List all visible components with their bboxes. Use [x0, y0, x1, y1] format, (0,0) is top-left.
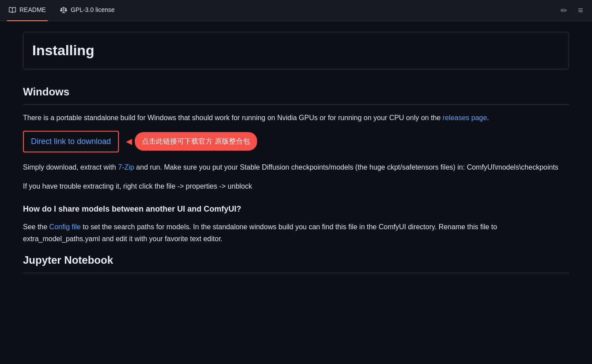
jupyter-heading: Jupyter Notebook: [23, 252, 569, 273]
windows-description-para: There is a portable standalone build for…: [23, 112, 569, 124]
jupyter-section: Jupyter Notebook: [23, 252, 569, 273]
direct-download-link[interactable]: Direct link to download: [23, 131, 119, 152]
tab-license-label: GPL-3.0 license: [71, 5, 115, 15]
annotation-arrow-icon: ◀: [126, 135, 132, 148]
config-para: See the Config file to set the search pa…: [23, 221, 569, 245]
edit-button[interactable]: ✏: [559, 4, 569, 17]
tab-license[interactable]: GPL-3.0 license: [58, 0, 117, 21]
annotation-wrapper: ◀ 点击此链接可下载官方 原版整合包: [126, 132, 257, 151]
zip-link[interactable]: 7-Zip: [118, 163, 134, 171]
installing-heading: Installing: [32, 39, 560, 62]
toc-icon: ≡: [578, 5, 583, 15]
tab-bar: README GPL-3.0 license ✏ ≡: [0, 0, 592, 21]
trouble-text-para: If you have trouble extracting it, right…: [23, 180, 569, 192]
book-icon: [9, 7, 16, 14]
extract-instruction-text: Simply download, extract with: [23, 163, 118, 171]
tab-bar-left: README GPL-3.0 license: [7, 0, 117, 21]
installing-heading-box: Installing: [23, 32, 569, 69]
share-models-heading: How do I share models between another UI…: [23, 203, 569, 216]
config-intro-text: See the: [23, 223, 49, 231]
annotation-badge: 点击此链接可下载官方 原版整合包: [135, 132, 257, 151]
tab-readme[interactable]: README: [7, 0, 48, 21]
config-rest-text: to set the search paths for models. In t…: [23, 223, 497, 243]
main-content: Installing Windows There is a portable s…: [9, 21, 583, 294]
extract-instruction-para: Simply download, extract with 7-Zip and …: [23, 161, 569, 173]
releases-page-suffix: .: [487, 114, 489, 121]
windows-heading: Windows: [23, 83, 569, 104]
tab-bar-right: ✏ ≡: [559, 4, 585, 17]
windows-section: Windows There is a portable standalone b…: [23, 83, 569, 245]
extract-instruction-2: and run. Make sure you put your Stable D…: [134, 163, 558, 171]
download-row: Direct link to download ◀ 点击此链接可下载官方 原版整…: [23, 131, 569, 152]
pencil-icon: ✏: [561, 6, 567, 15]
scale-icon: [60, 7, 67, 14]
tab-readme-label: README: [19, 5, 46, 15]
config-link[interactable]: Config file: [49, 223, 81, 231]
toc-button[interactable]: ≡: [576, 4, 585, 17]
releases-page-link[interactable]: releases page: [443, 114, 487, 121]
windows-description-text: There is a portable standalone build for…: [23, 114, 443, 121]
